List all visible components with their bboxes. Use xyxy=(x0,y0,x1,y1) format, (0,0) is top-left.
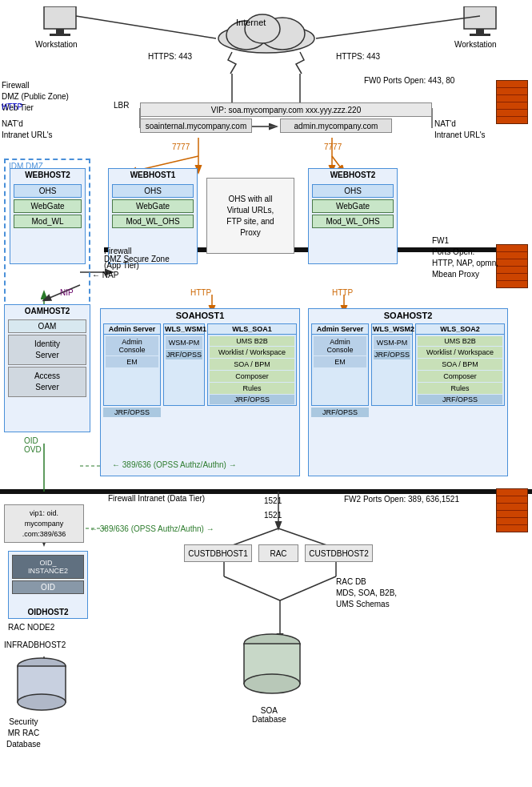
soahost1-box: SOAHOST1 Admin Server AdminConsole EM WL… xyxy=(100,308,300,476)
composer-left: Composer xyxy=(210,371,294,382)
fw0-brick xyxy=(496,80,528,124)
http-label: HTTP xyxy=(2,102,22,111)
soahost1-label: SOAHOST1 xyxy=(101,309,299,322)
security-db-icon xyxy=(10,657,74,714)
ohs-virtual-box: OHS with allVirtual URLs,FTP site, andPr… xyxy=(206,178,294,254)
jrf-opss-admin-left: JRF/OPSS xyxy=(103,408,161,417)
vip-oid-box: vip1: oid.mycompany.com:389/636 xyxy=(4,504,84,543)
https-left-label: HTTPS: 443 xyxy=(148,52,192,61)
security-db-label: SecurityMR RACDatabase xyxy=(6,717,41,750)
port-7777-left: 7777 xyxy=(172,143,190,151)
ports-open-label: Ports Open:HTTP, NAP, opmn,Mbean Proxy xyxy=(432,247,498,280)
oid-ovd-label: OIDOVD xyxy=(24,436,42,454)
workstation-right-label: Workstation xyxy=(454,40,497,49)
mod-wl-left-box: Mod_WL xyxy=(14,215,82,228)
fw0-label: FW0 Ports Open: 443, 80 xyxy=(364,76,454,85)
rules-left: Rules xyxy=(210,383,294,394)
webhost2-right-box: WEBHOST2 OHS WebGate Mod_WL_OHS xyxy=(308,168,398,264)
access-server-box: AccessServer xyxy=(8,367,86,397)
http-mid-left-label: HTTP xyxy=(190,288,211,297)
internet-label: Internet xyxy=(236,18,266,27)
svg-line-42 xyxy=(224,576,280,600)
wsm-pm-left: WSM-PM xyxy=(166,336,202,349)
soahost2-label: SOAHOST2 xyxy=(309,309,507,322)
webhost2-left-label: WEBHOST2 xyxy=(10,169,85,181)
soahost2-box: SOAHOST2 Admin Server AdminConsole EM WL… xyxy=(308,308,508,476)
admin-console-left: AdminConsole xyxy=(106,336,158,355)
port-1521-right: 1521 xyxy=(264,496,282,505)
infradbhost2-label: INFRADBHOST2 xyxy=(4,640,66,649)
opss-authz2-label: ← 389/636 (OPSS Authz/Authn) → xyxy=(90,524,214,533)
oid-box: OID xyxy=(12,580,84,594)
svg-line-11 xyxy=(316,16,480,38)
soa-internal-box: soainternal.mycompany.com xyxy=(140,118,252,133)
port-1521-left: 1521 xyxy=(264,511,282,520)
ums-b2b-left: UMS B2B xyxy=(210,336,294,346)
soa-bpm-right: SOA / BPM xyxy=(418,359,502,370)
oamhost2-box: OAMHOST2 OAM IdentityServer AccessServer xyxy=(4,304,90,432)
jrf-opss-1: JRF/OPSS xyxy=(166,350,202,359)
webhost1-label: WEBHOST1 xyxy=(109,169,197,181)
oidhost2-box: OID_INSTANCE2 OID OIDHOST2 xyxy=(8,551,88,619)
http-mid-right-label: HTTP xyxy=(332,288,353,297)
ohs-mid-box: OHS xyxy=(112,184,194,198)
wls-soa1-label: WLS_SOA1 xyxy=(208,324,296,335)
jrf-opss-4: JRF/OPSS xyxy=(374,350,410,359)
soa-db-icon xyxy=(236,632,308,698)
wls-wsm2-label: WLS_WSM2 xyxy=(372,324,412,335)
rules-right: Rules xyxy=(418,383,502,394)
custdbhost2-label: CUSTDBHOST2 xyxy=(309,549,368,558)
svg-line-10 xyxy=(76,16,216,38)
fw2-brick xyxy=(496,488,528,532)
ums-b2b-right: UMS B2B xyxy=(418,336,502,346)
mod-wl-right-box: Mod_WL_OHS xyxy=(312,215,394,228)
soa-database-label: SOADatabase xyxy=(252,706,286,724)
custdbhost2-box: CUSTDBHOST2 xyxy=(305,544,373,562)
svg-point-49 xyxy=(18,694,66,710)
jrf-opss-6: JRF/OPSS xyxy=(418,395,502,404)
rac-box: RAC xyxy=(258,544,298,562)
admin-url-label: admin.mycompany.com xyxy=(294,122,378,130)
vip-oid-label: vip1: oid.mycompany.com:389/636 xyxy=(22,508,66,540)
fw1-label: FW1 xyxy=(432,236,449,245)
oam-label: OAM xyxy=(8,319,86,333)
internet-cloud xyxy=(206,6,326,56)
svg-rect-2 xyxy=(50,34,70,36)
firewall-app-tier-label: (App Tier) xyxy=(104,261,139,270)
mod-wl-mid-box: Mod_WL_OHS xyxy=(112,215,194,228)
em-left: EM xyxy=(106,356,158,367)
workstation-left-label: Workstation xyxy=(35,40,78,49)
rac-db-label: RAC DBMDS, SOA, B2B,UMS Schemas xyxy=(336,576,397,610)
nat-left-label: NAT'dIntranet URL's xyxy=(2,118,53,141)
webgate-mid-box: WebGate xyxy=(112,199,194,213)
webgate-left-box: WebGate xyxy=(14,199,82,213)
webhost2-left-box: WEBHOST2 OHS WebGate Mod_WL xyxy=(10,168,86,264)
em-right: EM xyxy=(314,356,366,367)
admin-console-right: AdminConsole xyxy=(314,336,366,355)
workstation-left xyxy=(40,6,80,42)
ohs-virtual-label: OHS with allVirtual URLs,FTP site, andPr… xyxy=(226,194,274,239)
custdbhost1-box: CUSTDBHOST1 xyxy=(184,544,252,562)
oidhost2-label: OIDHOST2 xyxy=(9,608,87,616)
admin-url-box: admin.mycompany.com xyxy=(280,118,392,133)
firewall-intranet-label: Firewall Intranet (Data Tier) xyxy=(108,494,205,503)
nip-label: NIP xyxy=(60,288,74,297)
ohs-left-box: OHS xyxy=(14,184,82,198)
soa-internal-label: soainternal.mycompany.com xyxy=(146,122,247,130)
worklist-right: Worklist / Workspace xyxy=(418,347,502,358)
jrf-opss-admin-right: JRF/OPSS xyxy=(311,408,369,417)
svg-point-52 xyxy=(244,674,300,693)
custdbhost1-label: CUSTDBHOST1 xyxy=(188,549,247,558)
webhost2-right-label: WEBHOST2 xyxy=(309,169,397,181)
soa-bpm-left: SOA / BPM xyxy=(210,359,294,370)
nap-arrow-label: ← NAP xyxy=(92,271,118,279)
svg-rect-1 xyxy=(56,29,64,34)
oamhost2-label: OAMHOST2 xyxy=(5,305,90,317)
oid-instance2-box: OID_INSTANCE2 xyxy=(12,555,84,579)
jrf-opss-3: JRF/OPSS xyxy=(210,395,294,404)
https-right-label: HTTPS: 443 xyxy=(336,52,380,61)
svg-rect-0 xyxy=(44,6,76,29)
port-7777-right: 7777 xyxy=(324,143,342,151)
lbr-label: LBR xyxy=(114,101,129,110)
wsm-pm-right: WSM-PM xyxy=(374,336,410,349)
